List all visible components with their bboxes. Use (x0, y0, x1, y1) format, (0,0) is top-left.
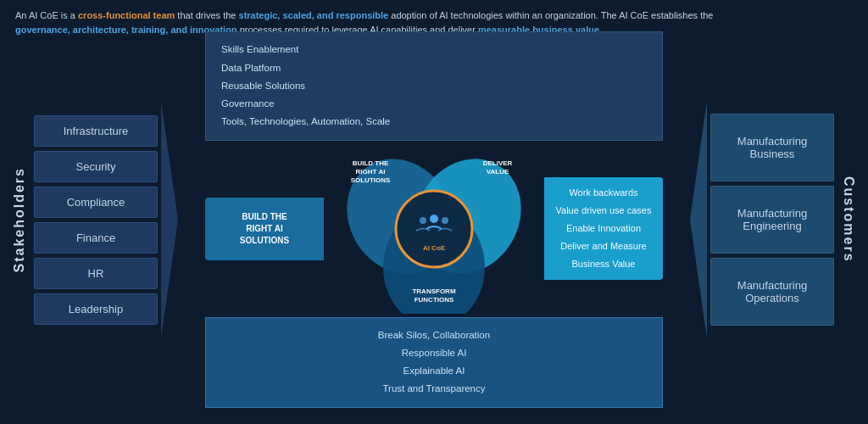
svg-point-5 (442, 217, 448, 224)
rv-item-2: Value driven use cases (556, 205, 652, 215)
top-item-4: Governance (221, 98, 275, 109)
bottom-item-1: Break Silos, Collaboration (378, 330, 490, 340)
left-arrow-connector (161, 101, 178, 338)
transform-petal-text: TRANSFORMFUNCTIONS (400, 287, 468, 305)
customer-manufacturing-operations[interactable]: Manufacturing Operations (710, 258, 834, 326)
stakeholder-hr[interactable]: HR (34, 258, 158, 289)
customer-manufacturing-business[interactable]: Manufacturing Business (710, 114, 834, 181)
header-text: An AI CoE is a cross-functional team tha… (15, 10, 713, 35)
page-root: An AI CoE is a cross-functional team tha… (0, 0, 868, 424)
ai-coe-text: AI CoE (423, 244, 446, 252)
bottom-panel: Break Silos, Collaboration Responsible A… (205, 317, 663, 408)
main-layout: Stakeholders Infrastructure Security Com… (0, 42, 868, 398)
top-item-2: Data Platform (221, 63, 281, 73)
right-petal-label-area: Work backwards Value driven use cases En… (544, 144, 663, 314)
deliver-value-panel: Work backwards Value driven use cases En… (544, 177, 663, 279)
stakeholder-finance[interactable]: Finance (34, 222, 158, 254)
customer-manufacturing-engineering[interactable]: Manufacturing Engineering (710, 186, 834, 254)
bottom-item-4: Trust and Transparency (382, 383, 485, 393)
svg-point-4 (430, 215, 438, 223)
stakeholders-label: Stakeholders (8, 167, 31, 272)
stakeholder-compliance[interactable]: Compliance (34, 187, 158, 218)
highlight-cross-functional: cross-functional team (78, 10, 175, 20)
center-diagram-section: Skills Enablement Data Platform Reusable… (183, 42, 685, 398)
top-item-5: Tools, Technologies, Automation, Scale (221, 116, 390, 126)
svg-point-3 (396, 191, 472, 267)
top-item-1: Skills Enablement (221, 44, 298, 54)
rv-item-4: Deliver and MeasureBusiness Value (560, 241, 647, 269)
left-petal-label-area: BUILD THERIGHT AISOLUTIONS (205, 144, 324, 314)
bottom-item-2: Responsible AI (402, 348, 467, 358)
top-item-3: Reusable Solutions (221, 81, 305, 91)
svg-point-6 (420, 217, 426, 224)
stakeholder-leadership[interactable]: Leadership (34, 293, 158, 325)
rv-item-1: Work backwards (569, 187, 637, 198)
customers-list: Manufacturing Business Manufacturing Eng… (710, 114, 834, 326)
highlight-strategic: strategic, scaled, and responsible (239, 10, 389, 20)
full-center: Skills Enablement Data Platform Reusable… (183, 31, 685, 407)
build-solutions-petal: BUILD THERIGHT AISOLUTIONS (205, 198, 324, 260)
build-petal-text: BUILD THERIGHT AISOLUTIONS (341, 159, 400, 186)
stakeholder-security[interactable]: Security (34, 151, 158, 182)
stakeholders-section: Stakeholders Infrastructure Security Com… (8, 42, 178, 398)
deliver-petal-text: DELIVERVALUE (468, 159, 527, 177)
customers-label: Customers (837, 176, 860, 263)
petals-diagram: AI CoE BUILD THERIGHT AISOLUTIONS DELIVE… (324, 144, 544, 314)
rv-item-3: Enable Innovation (566, 223, 641, 233)
customers-section: Manufacturing Business Manufacturing Eng… (690, 42, 860, 398)
top-panel: Skills Enablement Data Platform Reusable… (205, 31, 663, 140)
bottom-item-3: Explainable AI (403, 365, 465, 376)
right-arrow-connector (690, 101, 707, 338)
middle-row: BUILD THERIGHT AISOLUTIONS (205, 144, 663, 314)
stakeholder-infrastructure[interactable]: Infrastructure (34, 115, 158, 147)
stakeholders-list: Infrastructure Security Compliance Finan… (34, 115, 158, 325)
